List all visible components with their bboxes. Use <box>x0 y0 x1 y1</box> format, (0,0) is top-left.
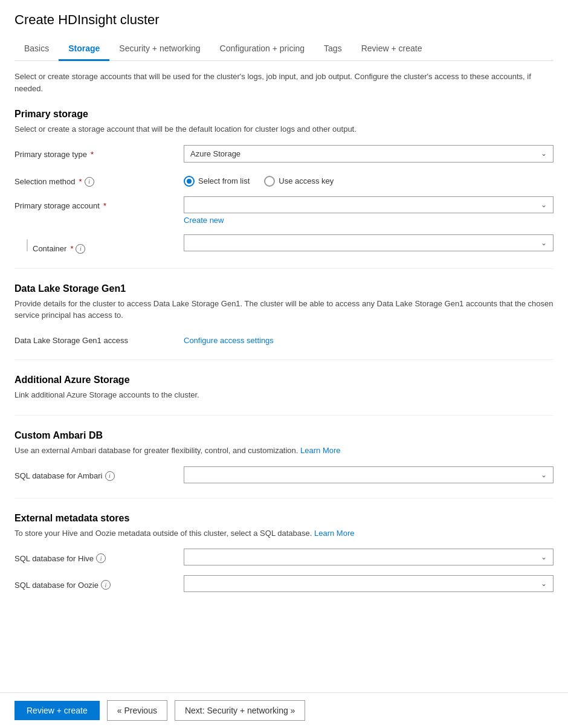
create-new-link[interactable]: Create new <box>184 216 553 225</box>
additional-azure-storage-section: Additional Azure Storage Link additional… <box>15 375 553 401</box>
selection-method-row: Selection method * i Select from list U <box>15 172 553 187</box>
next-button[interactable]: Next: Security + networking » <box>175 700 305 721</box>
container-label: Container * i <box>33 239 202 254</box>
configure-access-link[interactable]: Configure access settings <box>184 331 274 345</box>
sql-oozie-dropdown[interactable]: ⌄ <box>184 575 553 592</box>
radio-circle-selected <box>184 176 195 187</box>
selection-method-radio-group: Select from list Use access key <box>184 172 553 187</box>
tab-review-create[interactable]: Review + create <box>352 37 432 61</box>
tab-configuration-pricing[interactable]: Configuration + pricing <box>210 37 314 61</box>
review-create-button[interactable]: Review + create <box>15 701 100 720</box>
primary-storage-type-label: Primary storage type * <box>15 145 184 159</box>
previous-button[interactable]: « Previous <box>107 700 167 721</box>
radio-use-access-key-label: Use access key <box>279 176 334 185</box>
sql-ambari-label: SQL database for Ambari i <box>15 466 184 481</box>
external-metadata-desc: To store your Hive and Oozie metadata ou… <box>15 527 553 540</box>
required-star-4: * <box>70 244 73 253</box>
page-title: Create HDInsight cluster <box>15 12 553 28</box>
external-metadata-section: External metadata stores To store your H… <box>15 513 553 593</box>
nav-tabs: Basics Storage Security + networking Con… <box>15 37 553 61</box>
container-control: ⌄ <box>184 234 553 251</box>
container-row: Container * i ⌄ <box>15 234 553 254</box>
external-learn-more-link[interactable]: Learn More <box>314 529 354 538</box>
required-star-3: * <box>103 201 106 210</box>
tab-tags[interactable]: Tags <box>314 37 352 61</box>
radio-circle-unselected <box>264 176 275 187</box>
primary-storage-type-value: Azure Storage <box>190 149 240 158</box>
divider-3 <box>15 415 553 416</box>
chevron-down-icon-5: ⌄ <box>541 553 547 561</box>
radio-select-from-list[interactable]: Select from list <box>184 176 250 187</box>
data-lake-access-label: Data Lake Storage Gen1 access <box>15 331 184 345</box>
container-info-icon[interactable]: i <box>76 244 85 254</box>
sql-ambari-row: SQL database for Ambari i ⌄ <box>15 466 553 483</box>
chevron-down-icon-4: ⌄ <box>541 471 547 479</box>
divider-2 <box>15 359 553 360</box>
primary-storage-desc: Select or create a storage account that … <box>15 123 553 135</box>
sql-oozie-label: SQL database for Oozie i <box>15 575 184 590</box>
primary-storage-account-label: Primary storage account * <box>15 196 184 210</box>
divider-1 <box>15 268 553 269</box>
custom-ambari-db-desc: Use an external Ambari database for grea… <box>15 445 553 457</box>
data-lake-access-control: Configure access settings <box>184 331 553 345</box>
data-lake-section: Data Lake Storage Gen1 Provide details f… <box>15 283 553 345</box>
radio-use-access-key[interactable]: Use access key <box>264 176 334 187</box>
chevron-down-icon-6: ⌄ <box>541 579 547 588</box>
footer-bar: Review + create « Previous Next: Securit… <box>0 692 568 728</box>
selection-method-label: Selection method * i <box>15 172 184 187</box>
vertical-line <box>27 239 28 251</box>
chevron-down-icon-3: ⌄ <box>541 239 547 247</box>
container-dropdown[interactable]: ⌄ <box>184 234 553 251</box>
sql-hive-info-icon[interactable]: i <box>96 553 106 563</box>
sql-hive-control: ⌄ <box>184 549 553 565</box>
data-lake-title: Data Lake Storage Gen1 <box>15 283 553 294</box>
sql-ambari-control: ⌄ <box>184 466 553 483</box>
primary-storage-title: Primary storage <box>15 109 553 120</box>
primary-storage-account-dropdown[interactable]: ⌄ <box>184 196 553 213</box>
primary-storage-type-row: Primary storage type * Azure Storage ⌄ <box>15 145 553 163</box>
additional-azure-storage-desc: Link additional Azure Storage accounts t… <box>15 389 553 401</box>
tab-basics[interactable]: Basics <box>15 37 59 61</box>
custom-ambari-db-section: Custom Ambari DB Use an external Ambari … <box>15 430 553 483</box>
sql-oozie-info-icon[interactable]: i <box>101 580 111 590</box>
divider-4 <box>15 498 553 498</box>
ambari-learn-more-link[interactable]: Learn More <box>300 446 340 455</box>
selection-method-info-icon[interactable]: i <box>85 177 94 187</box>
selection-method-control: Select from list Use access key <box>184 172 553 187</box>
sql-oozie-control: ⌄ <box>184 575 553 592</box>
sql-oozie-row: SQL database for Oozie i ⌄ <box>15 575 553 592</box>
sql-ambari-dropdown[interactable]: ⌄ <box>184 466 553 483</box>
required-star-2: * <box>79 177 82 186</box>
tab-security-networking[interactable]: Security + networking <box>109 37 210 61</box>
sql-ambari-info-icon[interactable]: i <box>105 471 115 481</box>
data-lake-access-row: Data Lake Storage Gen1 access Configure … <box>15 331 553 345</box>
required-star: * <box>91 150 94 159</box>
sql-hive-row: SQL database for Hive i ⌄ <box>15 549 553 565</box>
primary-storage-type-control: Azure Storage ⌄ <box>184 145 553 163</box>
primary-storage-section: Primary storage Select or create a stora… <box>15 109 553 254</box>
sql-hive-label: SQL database for Hive i <box>15 549 184 563</box>
primary-storage-account-control: ⌄ Create new <box>184 196 553 225</box>
external-metadata-title: External metadata stores <box>15 513 553 524</box>
tab-storage[interactable]: Storage <box>59 37 109 61</box>
page-description: Select or create storage accounts that w… <box>15 71 553 94</box>
chevron-down-icon: ⌄ <box>541 149 547 158</box>
container-label-area: Container * i <box>15 234 184 254</box>
data-lake-desc: Provide details for the cluster to acces… <box>15 298 553 321</box>
additional-azure-storage-title: Additional Azure Storage <box>15 375 553 385</box>
chevron-down-icon-2: ⌄ <box>541 201 547 209</box>
radio-select-from-list-label: Select from list <box>198 176 250 185</box>
custom-ambari-db-title: Custom Ambari DB <box>15 430 553 441</box>
sql-hive-dropdown[interactable]: ⌄ <box>184 549 553 565</box>
primary-storage-account-row: Primary storage account * ⌄ Create new <box>15 196 553 225</box>
primary-storage-type-dropdown[interactable]: Azure Storage ⌄ <box>184 145 553 163</box>
